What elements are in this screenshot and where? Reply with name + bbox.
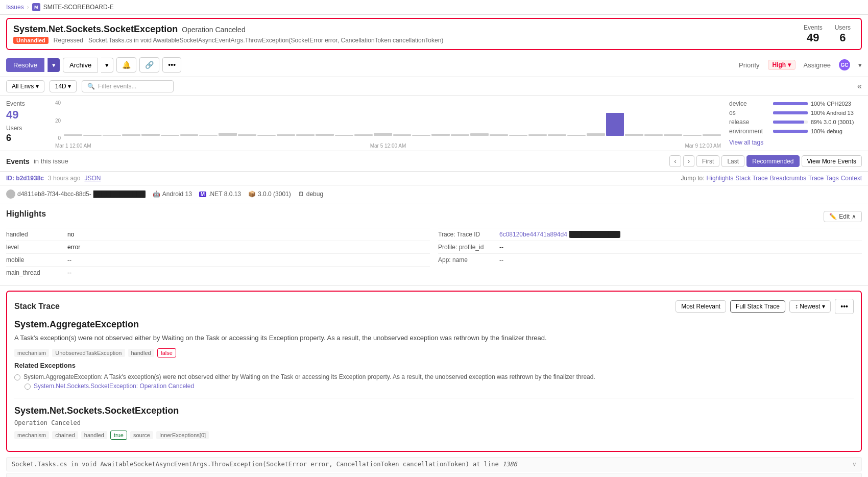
chart-bar <box>238 134 256 136</box>
assignee-dropdown[interactable]: ▾ <box>858 61 862 69</box>
meta-platform: 🤖 Android 13 <box>153 190 192 198</box>
jump-highlights[interactable]: Highlights <box>707 175 734 182</box>
user-id-redacted: ████████████ <box>93 190 146 198</box>
events-chart-val: 49 <box>6 108 47 122</box>
breadcrumb-issues[interactable]: Issues <box>6 4 24 11</box>
chart-bar <box>335 135 353 136</box>
stack-trace-header: Stack Trace Most Relevant Full Stack Tra… <box>14 299 854 314</box>
chart-bar <box>199 135 218 136</box>
issue-header: System.Net.Sockets.SocketException Opera… <box>6 18 862 50</box>
chart-bar-highlight <box>606 113 624 136</box>
related-title: Related Exceptions <box>14 362 854 369</box>
users-label: Users <box>835 24 851 31</box>
archive-dropdown-button[interactable]: ▾ <box>101 58 113 73</box>
priority-value: High <box>773 61 786 68</box>
nav-recommended-button[interactable]: Recommended <box>746 155 799 167</box>
dotnet-val: .NET 8.0.13 <box>208 190 241 198</box>
filter-search[interactable]: 🔍 Filter events... <box>82 80 174 92</box>
chart-bar <box>103 135 121 136</box>
jump-context[interactable]: Context <box>841 175 862 182</box>
jump-tags[interactable]: Tags <box>826 175 838 182</box>
jump-trace[interactable]: Trace <box>808 175 824 182</box>
related-socket-link[interactable]: System.Net.Sockets.SocketException: Oper… <box>34 383 194 390</box>
event-time: 3 hours ago <box>48 175 80 182</box>
event-id[interactable]: ID: b2d1938c <box>6 175 44 182</box>
events-nav: Events in this issue ‹ › First Last Reco… <box>0 151 868 172</box>
hl-row-level: level error <box>6 241 430 253</box>
resolve-dropdown-button[interactable]: ▾ <box>47 58 60 72</box>
chart-bar <box>141 134 160 136</box>
issue-subtitle: Operation Canceled <box>182 26 246 34</box>
exception-desc-1: A Task's exception(s) were not observed … <box>14 333 854 343</box>
event-json-link[interactable]: JSON <box>84 175 101 182</box>
sort-button[interactable]: ↕ Newest ▾ <box>789 300 831 313</box>
breadcrumb-project: SMITE-SCOREBOARD-E <box>43 4 114 11</box>
meta-dotnet: M .NET 8.0.13 <box>199 190 241 198</box>
jump-stack-trace[interactable]: Stack Trace <box>735 175 767 182</box>
tag-row-release: release 89% 3.0.0 (3001) <box>729 118 862 126</box>
priority-badge[interactable]: High ▾ <box>768 60 795 70</box>
tag-unobserved: UnobservedTaskException <box>52 349 125 357</box>
hl-row-profile: Profile: profile_id -- <box>438 241 862 253</box>
toolbar-right: Priority High ▾ Assignee GC ▾ <box>739 59 862 70</box>
resolve-button[interactable]: Resolve <box>6 58 44 72</box>
jump-to-label: Jump to: <box>681 175 705 182</box>
link-button[interactable]: 🔗 <box>139 57 159 73</box>
chart-bar <box>374 133 392 136</box>
event-id-bar: ID: b2d1938c 3 hours ago JSON Jump to: H… <box>0 172 868 185</box>
notification-button[interactable]: 🔔 <box>116 57 136 73</box>
nav-prev-button[interactable]: ‹ <box>669 155 681 167</box>
nav-first-button[interactable]: First <box>696 155 719 167</box>
more-button[interactable]: ••• <box>162 57 181 73</box>
events-label: Events <box>804 24 823 31</box>
env-filter[interactable]: All Envs ▾ <box>6 80 44 92</box>
chart-bar <box>277 134 295 136</box>
android-icon: 🤖 <box>153 190 160 198</box>
full-stack-trace-button[interactable]: Full Stack Trace <box>730 300 785 313</box>
event-meta: d4811eb8-7f34-4bcc-88d5- ████████████ 🤖 … <box>0 185 868 203</box>
exception-divider <box>14 398 854 398</box>
events-chart-label: Events <box>6 100 47 107</box>
regressed-badge: Regressed <box>54 37 83 44</box>
stack-trace-section: Stack Trace Most Relevant Full Stack Tra… <box>6 291 862 452</box>
collapse-button[interactable]: « <box>857 82 862 91</box>
op-canceled: Operation Canceled <box>14 419 854 426</box>
search-icon: 🔍 <box>87 83 95 90</box>
jump-breadcrumbs[interactable]: Breadcrumbs <box>770 175 806 182</box>
hl-row-trace: Trace: Trace ID 6c08120be44741a894d4 ███… <box>438 228 862 241</box>
users-chart-label: Users <box>6 125 47 132</box>
nav-next-button[interactable]: › <box>683 155 694 167</box>
tag-stats: device 100% CPH2023 os 100% Android 13 r… <box>729 100 862 149</box>
chart-bar <box>644 134 663 136</box>
chart-bar <box>316 134 334 136</box>
users-count: 6 <box>835 31 851 44</box>
most-relevant-button[interactable]: Most Relevant <box>676 300 726 313</box>
chart-bar <box>257 135 276 136</box>
chart-bar <box>548 134 566 136</box>
exception-title-1: System.AggregateException <box>14 319 854 330</box>
tag-handled-2: handled <box>81 431 107 439</box>
dotnet-icon: M <box>199 192 206 197</box>
hl-row-main-thread: main_thread -- <box>6 266 430 279</box>
days-filter[interactable]: 14D ▾ <box>50 80 77 92</box>
assignee-avatar[interactable]: GC <box>839 59 850 70</box>
edit-button[interactable]: ✏️ Edit ∧ <box>824 211 862 222</box>
nav-last-button[interactable]: Last <box>721 155 744 167</box>
tag-row-device: device 100% CPH2023 <box>729 100 862 107</box>
archive-button[interactable]: Archive <box>63 58 98 73</box>
breadcrumb-separator: › <box>27 4 29 11</box>
events-nav-subtitle: in this issue <box>34 157 68 165</box>
chart-bar <box>64 134 82 136</box>
tag-false: false <box>157 348 176 357</box>
exception-tags-1: mechanism UnobservedTaskException handle… <box>14 348 854 357</box>
frame-expand-1[interactable]: ∨ <box>853 461 856 468</box>
stack-more-button[interactable]: ••• <box>835 299 854 314</box>
calendar-icon: 🗓 <box>298 190 304 198</box>
chart-bar <box>470 133 489 136</box>
tag-chained: chained <box>52 431 78 439</box>
view-all-tags-link[interactable]: View all tags <box>729 139 862 146</box>
chart-section: Events 49 Users 6 40 20 0 <box>0 96 868 151</box>
nav-view-more-button[interactable]: View More Events <box>802 155 862 167</box>
chart-bar <box>180 134 199 136</box>
meta-env: 🗓 debug <box>298 190 323 198</box>
